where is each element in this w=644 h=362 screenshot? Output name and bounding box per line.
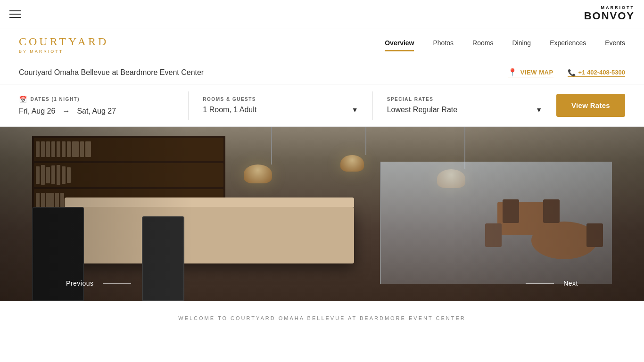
- rooms-label: ROOMS & GUESTS: [203, 97, 358, 102]
- nav-item-experiences[interactable]: Experiences: [550, 39, 586, 50]
- nav-item-rooms[interactable]: Rooms: [472, 39, 493, 50]
- welcome-section: WELCOME TO COURTYARD OMAHA BELLEVUE AT B…: [0, 301, 644, 330]
- next-label: Next: [563, 280, 578, 287]
- check-out-date: Sat, Aug 27: [77, 107, 116, 115]
- welcome-text: WELCOME TO COURTYARD OMAHA BELLEVUE AT B…: [19, 315, 625, 321]
- phone-link[interactable]: 📞 +1 402-408-5300: [568, 69, 625, 77]
- bonvoy-label: BONVOY: [584, 10, 635, 22]
- hotel-actions: 📍 VIEW MAP 📞 +1 402-408-5300: [508, 68, 625, 77]
- hero-image: [0, 127, 644, 301]
- dates-section: 📅 DATES (1 NIGHT) Fri, Aug 26 → Sat, Aug…: [19, 96, 188, 115]
- courtyard-logo[interactable]: COURTYARD BY MARRIOTT: [19, 35, 108, 54]
- nav-item-events[interactable]: Events: [605, 39, 625, 50]
- view-map-label: VIEW MAP: [520, 69, 553, 76]
- rates-selector[interactable]: Lowest Regular Rate ▼: [387, 106, 542, 114]
- phone-icon: 📞: [568, 69, 576, 76]
- check-in-date: Fri, Aug 26: [19, 107, 55, 115]
- nav-item-photos[interactable]: Photos: [433, 39, 454, 50]
- rates-value: Lowest Regular Rate: [387, 106, 457, 114]
- rooms-selector[interactable]: 1 Room, 1 Adult ▼: [203, 106, 358, 114]
- arrow-icon: →: [62, 107, 70, 115]
- hero-next-button[interactable]: Next: [526, 280, 578, 287]
- view-map-link[interactable]: 📍 VIEW MAP: [508, 68, 553, 77]
- prev-label: Previous: [66, 280, 93, 287]
- rates-section: SPECIAL RATES Lowest Regular Rate ▼: [373, 97, 556, 114]
- prev-nav-line: [103, 283, 131, 284]
- dates-label: 📅 DATES (1 NIGHT): [19, 96, 174, 103]
- booking-bar: 📅 DATES (1 NIGHT) Fri, Aug 26 → Sat, Aug…: [0, 84, 644, 127]
- hotel-name: Courtyard Omaha Bellevue at Beardmore Ev…: [19, 68, 204, 77]
- hamburger-menu[interactable]: [9, 10, 21, 18]
- hero-section: Previous Next: [0, 127, 644, 301]
- rates-label: SPECIAL RATES: [387, 97, 542, 102]
- nav-item-dining[interactable]: Dining: [512, 39, 531, 50]
- map-pin-icon: 📍: [508, 68, 518, 77]
- marriott-bonvoy-logo: MARRIOTT BONVOY: [584, 6, 635, 22]
- rates-chevron-icon: ▼: [536, 106, 542, 114]
- rooms-value: 1 Room, 1 Adult: [203, 106, 256, 114]
- date-range[interactable]: Fri, Aug 26 → Sat, Aug 27: [19, 107, 174, 115]
- next-nav-line: [526, 283, 554, 284]
- hero-prev-button[interactable]: Previous: [66, 280, 131, 287]
- rooms-section: ROOMS & GUESTS 1 Room, 1 Adult ▼: [189, 97, 372, 114]
- logo-main-text: COURTYARD: [19, 35, 108, 48]
- view-rates-button[interactable]: View Rates: [556, 94, 625, 117]
- top-bar: MARRIOTT BONVOY: [0, 0, 644, 28]
- hero-scene: [0, 127, 644, 301]
- phone-number: +1 402-408-5300: [578, 69, 625, 76]
- hotel-info-bar: Courtyard Omaha Bellevue at Beardmore Ev…: [0, 61, 644, 84]
- hotel-header: COURTYARD BY MARRIOTT Overview Photos Ro…: [0, 28, 644, 61]
- calendar-icon: 📅: [19, 96, 28, 103]
- nav-item-overview[interactable]: Overview: [385, 39, 414, 50]
- logo-sub-text: BY MARRIOTT: [19, 49, 108, 54]
- rooms-chevron-icon: ▼: [352, 106, 358, 114]
- main-navigation: Overview Photos Rooms Dining Experiences…: [385, 39, 625, 50]
